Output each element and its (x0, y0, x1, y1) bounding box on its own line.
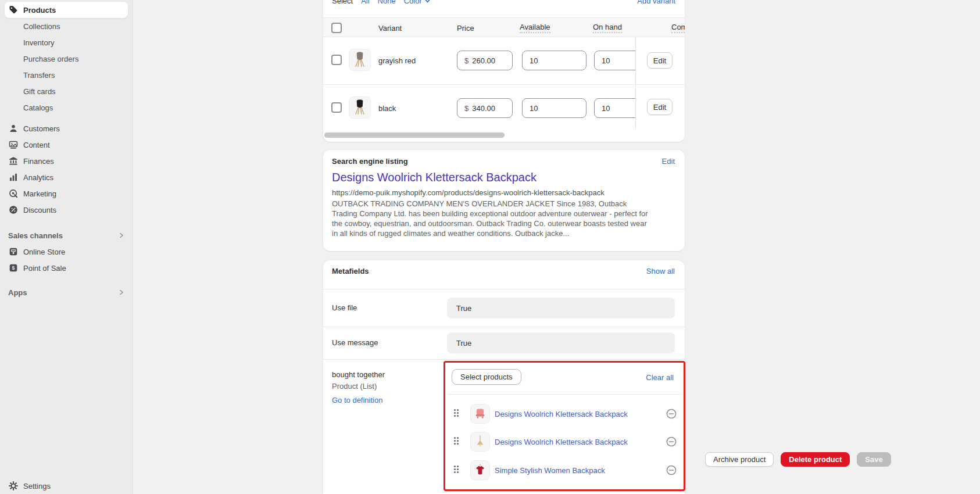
sidebar-section-sales-channels[interactable]: Sales channels (5, 227, 128, 244)
variant-thumbnail (349, 96, 371, 119)
discount-badge-icon (8, 205, 19, 215)
sidebar-item-marketing[interactable]: Marketing (5, 185, 128, 202)
pos-icon: $ (8, 263, 19, 273)
archive-product-button[interactable]: Archive product (705, 452, 774, 467)
search-engine-listing-card: Search engine listing Edit Designs Woolr… (323, 150, 685, 251)
remove-product-icon[interactable] (666, 464, 677, 476)
bar-chart-icon (8, 172, 19, 182)
gray-chair-image (351, 51, 369, 69)
variants-table-header: Variant Price Available On hand Com (323, 17, 685, 37)
seo-heading: Search engine listing (332, 157, 408, 166)
storefront-icon (8, 246, 19, 257)
remove-product-icon[interactable] (666, 436, 677, 448)
sidebar-item-transfers[interactable]: Transfers (5, 67, 128, 83)
chevron-right-icon (119, 289, 124, 295)
select-none-link[interactable]: None (378, 0, 396, 5)
drag-handle-icon[interactable] (453, 409, 460, 420)
variant-row: black $340.00 10 10 Edit (323, 85, 685, 129)
variants-card: Select All None Color Add variant Varian… (323, 0, 685, 142)
product-thumbnail (470, 432, 490, 452)
delete-product-button[interactable]: Delete product (781, 452, 850, 467)
price-input[interactable]: $260.00 (457, 51, 513, 70)
add-variant-link[interactable]: Add variant (637, 0, 675, 5)
product-link[interactable]: Designs Woolrich Klettersack Backpack (495, 438, 628, 446)
sidebar-item-finances[interactable]: Finances (5, 153, 128, 169)
sidebar-item-analytics[interactable]: Analytics (5, 169, 128, 185)
save-button[interactable]: Save (857, 452, 890, 467)
sidebar-item-discounts[interactable]: Discounts (5, 202, 128, 218)
selected-product-row: Designs Woolrich Klettersack Backpack (445, 400, 684, 428)
clear-all-link[interactable]: Clear all (646, 373, 674, 382)
sidebar-item-customers[interactable]: Customers (5, 120, 128, 137)
select-products-button[interactable]: Select products (452, 369, 521, 385)
selected-product-row: Simple Stylish Women Backpack (445, 456, 684, 484)
seo-page-title[interactable]: Designs Woolrich Klettersack Backpack (332, 171, 537, 184)
black-chair-image (351, 98, 369, 117)
column-available: Available (520, 18, 550, 38)
person-icon (8, 123, 19, 134)
available-input[interactable]: 10 (522, 51, 586, 70)
sidebar-item-settings[interactable]: Settings (5, 478, 128, 494)
sidebar-item-purchase-orders[interactable]: Purchase orders (5, 51, 128, 67)
gear-icon (8, 481, 19, 491)
remove-product-icon[interactable] (666, 408, 677, 420)
sidebar-item-online-store[interactable]: Online Store (5, 244, 128, 260)
seo-url: https://demo-puik.myshopify.com/products… (332, 188, 605, 197)
variant-thumbnail (349, 49, 371, 71)
drag-handle-icon[interactable] (453, 436, 460, 448)
tag-icon (8, 5, 19, 15)
metafield-label: Use message (332, 338, 378, 347)
row-checkbox[interactable] (331, 102, 342, 113)
edit-variant-button[interactable]: Edit (647, 99, 673, 115)
metafield-label: Use file (332, 303, 357, 312)
on-hand-input[interactable]: 10 (594, 51, 635, 70)
target-icon (8, 188, 19, 199)
select-all-link[interactable]: All (361, 0, 369, 5)
on-hand-input[interactable]: 10 (594, 98, 635, 118)
sidebar-section-apps[interactable]: Apps (5, 284, 128, 300)
seo-description: OUTBACK TRADING COMPANY MEN'S OVERLANDER… (332, 199, 650, 238)
sidebar-item-collections[interactable]: Collections (5, 18, 128, 34)
select-label: Select (332, 0, 353, 5)
bought-together-type: Product (List) (332, 382, 377, 391)
price-input[interactable]: $340.00 (457, 98, 513, 118)
available-input[interactable]: 10 (522, 98, 586, 118)
variants-toolbar: Select All None Color Add variant (332, 0, 675, 6)
product-link[interactable]: Designs Woolrich Klettersack Backpack (495, 410, 628, 418)
go-to-definition-link[interactable]: Go to definition (332, 396, 382, 404)
sidebar-item-products[interactable]: Products (5, 2, 128, 18)
sidebar-item-gift-cards[interactable]: Gift cards (5, 83, 128, 99)
drag-handle-icon[interactable] (453, 465, 460, 476)
sidebar-item-inventory[interactable]: Inventory (5, 34, 128, 51)
bought-together-label: bought together (332, 370, 385, 379)
chevron-right-icon (119, 232, 124, 238)
show-all-link[interactable]: Show all (646, 267, 675, 275)
select-color-link[interactable]: Color (404, 0, 431, 5)
variant-name: black (378, 104, 396, 113)
metafield-value-use-message[interactable]: True (447, 332, 675, 353)
select-all-checkbox[interactable] (331, 23, 342, 33)
seo-edit-link[interactable]: Edit (662, 157, 675, 166)
bank-icon (8, 156, 19, 166)
column-committed: Com (671, 18, 685, 38)
pink-product-image (473, 406, 488, 421)
variant-row: grayish red $260.00 10 10 Edit (323, 37, 685, 84)
column-price: Price (457, 18, 474, 38)
metafield-value-use-file[interactable]: True (447, 298, 675, 318)
metafields-heading: Metafields (332, 267, 369, 275)
row-checkbox[interactable] (331, 55, 342, 65)
chevron-down-icon (424, 0, 431, 4)
selected-product-row: Designs Woolrich Klettersack Backpack (445, 428, 684, 456)
sidebar-item-content[interactable]: Content (5, 137, 128, 153)
sidebar-item-label: Products (23, 6, 56, 15)
edit-variant-button[interactable]: Edit (647, 52, 673, 69)
sidebar-item-point-of-sale[interactable]: $ Point of Sale (5, 260, 128, 276)
product-thumbnail (470, 404, 490, 424)
product-link[interactable]: Simple Stylish Women Backpack (495, 466, 605, 475)
variant-name: grayish red (378, 56, 416, 65)
media-icon (8, 139, 19, 150)
bought-together-highlight: Select products Clear all Designs Woolri… (443, 361, 685, 491)
horizontal-scrollbar[interactable] (324, 133, 505, 138)
product-thumbnail (470, 460, 490, 480)
sidebar-item-catalogs[interactable]: Catalogs (5, 99, 128, 116)
